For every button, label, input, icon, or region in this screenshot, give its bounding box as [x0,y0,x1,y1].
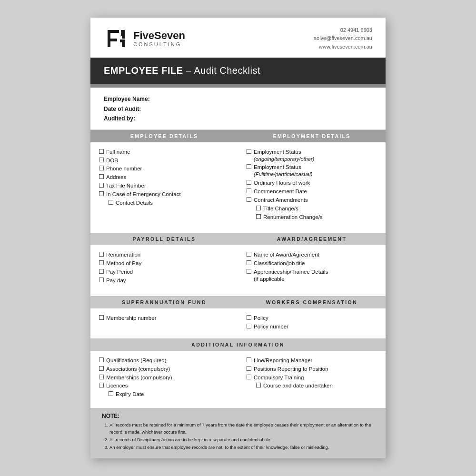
checkbox [247,164,251,169]
contact-info: 02 4941 6903 solve@fiveseven.com.au www.… [314,26,372,51]
checkbox [247,375,251,379]
checkbox [99,166,104,170]
list-item: Full name [99,149,231,156]
top-section-headers: EMPLOYEE DETAILS EMPLOYMENT DETAILS [90,130,386,142]
list-item: Pay Period [99,268,231,276]
title-bar: EMPLOYEE FILE – Audit Checklist [90,58,386,84]
document-page: FiveSeven CONSULTING 02 4941 6903 solve@… [90,18,386,459]
checkbox [247,252,251,257]
checkbox [247,188,251,193]
logo-name: FiveSeven [133,30,185,41]
checkbox [99,191,104,196]
checkbox [247,149,251,154]
list-item: Positions Reporting to Position [247,366,379,373]
list-item: Name of Award/Agreement [247,251,379,258]
additional-left-col: Qualifications (Required) Associations (… [90,354,238,402]
super-workers-headers: SUPERANNUATION FUND WORKERS COMPENSATION [90,296,386,308]
list-item: Phone number [99,165,231,172]
note-item: All records must be retained for a minim… [109,422,374,436]
logo-subtitle: CONSULTING [133,41,185,47]
list-item: Employment Status(ongoing/temporary/othe… [247,149,379,163]
logo-text: FiveSeven CONSULTING [133,30,185,47]
super-col: Membership number [90,311,238,334]
additional-right-col: Line/Reporting Manager Positions Reporti… [238,354,386,402]
list-item: Commencement Date [247,188,379,195]
super-workers-cols: Membership number Policy Policy number [90,308,386,338]
list-item: Membership number [99,315,231,322]
employee-details-col: Full name DOB Phone number Address Tax F… [90,145,238,224]
checkbox [99,375,104,379]
list-item: Apprenticeship/Trainee Details(if applic… [247,268,379,283]
website: www.fiveseven.com.au [314,43,372,51]
list-item: Associations (compulsory) [99,366,231,373]
list-item: Method of Pay [99,260,231,267]
workers-comp-col: Policy Policy number [238,311,386,334]
checkbox [247,197,251,202]
checkbox [247,324,251,328]
list-item: Course and date undertaken [256,382,379,389]
list-item: Licences [99,382,231,389]
document-title: EMPLOYEE FILE – Audit Checklist [104,65,372,76]
payroll-award-cols: Renumeration Method of Pay Pay Period Pa… [90,245,386,292]
note-item: An employer must ensure that employee re… [109,444,374,451]
list-item: Title Change/s [256,205,379,212]
employee-name-label: Employee Name: [104,94,372,104]
list-item: Address [99,174,231,181]
super-header: SUPERANNUATION FUND [90,296,238,308]
checkbox [109,391,113,396]
audited-by-label: Audited by: [104,114,372,123]
employee-details-header: EMPLOYEE DETAILS [90,130,238,142]
note-title: NOTE: [102,413,374,419]
checkbox [99,357,104,362]
grey-separator [90,84,386,88]
checkbox [256,383,261,387]
list-item: Contract Amendments [247,197,379,204]
list-item: DOB [99,157,231,164]
list-item: In Case of Emergency Contact [99,191,231,198]
list-item: Contact Details [109,199,231,207]
list-item: Classification/job title [247,260,379,267]
list-item: Qualifications (Required) [99,357,231,364]
checkbox [99,260,104,265]
date-of-audit-label: Date of Audit: [104,104,372,114]
list-item: Line/Reporting Manager [247,357,379,364]
employment-details-col: Employment Status(ongoing/temporary/othe… [238,145,386,224]
checkbox [247,315,251,320]
checkbox [99,174,104,179]
list-item: Employment Status(Fulltime/parttime/casu… [247,164,379,178]
checkbox [99,315,104,320]
checkbox [256,206,261,210]
award-col: Name of Award/Agreement Classification/j… [238,248,386,288]
list-item: Ordinary Hours of work [247,179,379,187]
checkbox [99,158,104,162]
payroll-col: Renumeration Method of Pay Pay Period Pa… [90,248,238,288]
additional-cols: Qualifications (Required) Associations (… [90,351,386,407]
checkbox [99,278,104,282]
additional-header: ADDITIONAL INFORMATION [90,338,386,351]
note-item: All records of Disciplinary Action are t… [109,436,374,443]
email: solve@fiveseven.com.au [314,34,372,43]
top-columns: Full name DOB Phone number Address Tax F… [90,142,386,229]
employment-details-header: EMPLOYMENT DETAILS [238,130,386,142]
payroll-award-headers: PAYROLL DETAILS AWARD/AGREEMENT [90,233,386,245]
checkbox [247,366,251,371]
checkbox [109,200,113,205]
checkbox [99,149,104,154]
payroll-header: PAYROLL DETAILS [90,233,238,245]
logo-icon [104,26,129,51]
checkbox [247,357,251,362]
list-item: Renumeration [99,251,231,258]
checkbox [247,269,251,274]
list-item: Policy [247,315,379,322]
list-item: Expiry Date [109,391,231,398]
checkbox [247,260,251,265]
award-header: AWARD/AGREEMENT [238,233,386,245]
checkbox [99,366,104,371]
checkbox [99,383,104,387]
workers-comp-header: WORKERS COMPENSATION [238,296,386,308]
checkbox [99,183,104,188]
header: FiveSeven CONSULTING 02 4941 6903 solve@… [90,18,386,58]
checkbox [247,180,251,185]
note-section: NOTE: All records must be retained for a… [90,408,386,458]
logo-area: FiveSeven CONSULTING [104,26,185,51]
